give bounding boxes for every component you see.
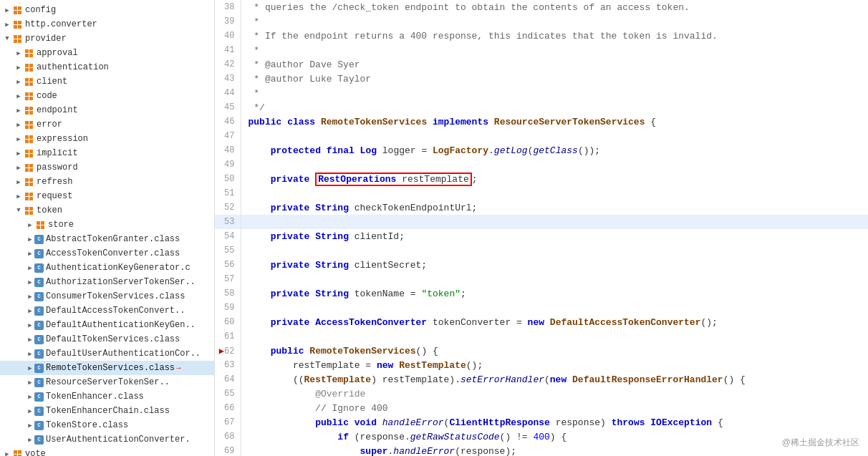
tree-item-label: AuthorizationServerTokenSer.. [46,277,196,287]
tree-arrow[interactable]: ▶ [26,293,34,301]
tree-arrow[interactable]: ▶ [26,264,34,272]
line-content: ((RestTemplate) restTemplate).setErrorHa… [241,372,868,387]
line-content: * queries the /check_token endpoint to o… [241,0,868,14]
tree-arrow[interactable]: ▶ [3,21,11,29]
sidebar-item-authentication[interactable]: ▶ authentication [0,60,214,74]
tree-item-label: AuthenticationKeyGenerator.c [46,263,191,273]
sidebar-item-DefaultUserAuthenticationCor[interactable]: ▶CDefaultUserAuthenticationCor.. [0,346,214,361]
line-content: private AccessTokenConverter tokenConver… [241,315,868,329]
sidebar-item-expression[interactable]: ▶ expression [0,132,214,146]
sidebar-item-token[interactable]: ▼ token [0,203,214,218]
sidebar-item-refresh[interactable]: ▶ refresh [0,175,214,189]
tree-item-label: implicit [37,148,78,158]
sidebar-item-code[interactable]: ▶ code [0,89,214,103]
sidebar-item-provider[interactable]: ▼ provider [0,31,214,46]
file-tree[interactable]: ▶ config▶ http.converter▼ provider▶ appr… [0,0,215,456]
tree-arrow[interactable]: ▼ [3,35,11,42]
tree-arrow[interactable]: ▶ [14,49,23,57]
tree-arrow[interactable]: ▶ [14,64,23,72]
tree-item-label: TokenStore.class [46,420,128,430]
tree-arrow[interactable]: ▶ [14,193,23,200]
sidebar-item-AbstractTokenGranter[interactable]: ▶CAbstractTokenGranter.class [0,232,214,246]
sidebar-item-AuthorizationServerTokenSer[interactable]: ▶CAuthorizationServerTokenSer.. [0,275,214,289]
class-icon: C [34,335,44,344]
line-content [241,272,868,286]
sidebar-item-AccessTokenConverter[interactable]: ▶CAccessTokenConverter.class [0,246,214,261]
tree-item-label: password [37,162,78,173]
code-editor: 38 * queries the /check_token endpoint t… [215,0,868,456]
tree-arrow[interactable]: ▶ [26,278,34,286]
tree-arrow[interactable]: ▶ [26,364,34,372]
tree-arrow[interactable]: ▶ [14,121,23,129]
tree-arrow[interactable]: ▶ [14,150,23,157]
tree-arrow[interactable]: ▶ [14,135,23,143]
sidebar-item-approval[interactable]: ▶ approval [0,46,214,60]
tree-arrow[interactable]: ▶ [26,379,34,387]
line-content: if (response.getRawStatusCode() != 400) … [241,430,868,444]
sidebar-item-password[interactable]: ▶ password [0,160,214,175]
tree-arrow[interactable]: ▶ [26,250,34,258]
tree-item-label: config [25,5,56,15]
line-number: 63 [215,358,241,372]
line-number: 41 [215,43,241,57]
code-line-53: 53 [215,215,868,229]
tree-arrow[interactable]: ▶ [26,393,34,401]
package-icon [23,162,34,173]
package-icon [23,76,34,87]
tree-arrow[interactable]: ▶ [26,422,34,430]
sidebar-item-DefaultTokenServices[interactable]: ▶CDefaultTokenServices.class [0,332,214,346]
sidebar-item-store[interactable]: ▶ store [0,218,214,232]
line-content [241,129,868,143]
tree-item-label: error [37,120,62,130]
sidebar-item-DefaultAccessTokenConvert[interactable]: ▶CDefaultAccessTokenConvert.. [0,304,214,318]
tree-arrow[interactable]: ▶ [26,336,34,344]
tree-arrow[interactable]: ▶ [14,107,23,115]
tree-arrow[interactable]: ▶ [26,307,34,315]
tree-arrow[interactable]: ▶ [26,321,34,329]
tree-arrow[interactable]: ▶ [14,178,23,186]
tree-arrow[interactable]: ▶ [26,436,34,444]
tree-arrow[interactable]: ▶ [26,350,34,358]
line-number: 58 [215,286,241,301]
code-line-56: 56 private String clientSecret; [215,258,868,272]
line-content: * [241,86,868,100]
sidebar-item-http-converter[interactable]: ▶ http.converter [0,17,214,31]
class-icon: C [34,378,44,387]
sidebar-item-AuthenticationKeyGenerator[interactable]: ▶CAuthenticationKeyGenerator.c [0,261,214,275]
sidebar-item-ResourceServerTokenSer[interactable]: ▶CResourceServerTokenSer.. [0,375,214,389]
sidebar-item-TokenEnhancerChain[interactable]: ▶CTokenEnhancerChain.class [0,404,214,418]
class-icon: C [34,292,44,301]
package-icon [23,176,34,188]
tree-arrow[interactable]: ▶ [14,78,23,86]
sidebar-item-endpoint[interactable]: ▶ endpoint [0,103,214,117]
sidebar-item-TokenEnhancer[interactable]: ▶CTokenEnhancer.class [0,389,214,404]
sidebar-item-vote[interactable]: ▶ vote [0,447,214,456]
tree-arrow[interactable]: ▶ [3,450,11,457]
line-number: 68 [215,430,241,444]
tree-item-label: client [37,77,67,87]
sidebar-item-error[interactable]: ▶ error [0,117,214,132]
line-number: 49 [215,157,241,172]
tree-arrow[interactable]: ▶ [26,221,34,229]
sidebar-item-TokenStore[interactable]: ▶CTokenStore.class [0,418,214,432]
line-number: 67 [215,415,241,430]
sidebar-item-ConsumerTokenServices[interactable]: ▶CConsumerTokenServices.class [0,289,214,304]
sidebar-item-client[interactable]: ▶ client [0,74,214,89]
tree-arrow[interactable]: ▶ [26,236,34,243]
sidebar-item-UserAuthenticationConverter[interactable]: ▶CUserAuthenticationConverter. [0,432,214,447]
sidebar-item-request[interactable]: ▶ request [0,189,214,203]
package-icon [23,47,34,59]
tree-arrow[interactable]: ▶ [14,164,23,172]
sidebar-item-config[interactable]: ▶ config [0,3,214,17]
tree-item-label: provider [25,34,67,44]
line-number: 51 [215,186,241,200]
class-icon: C [34,263,44,273]
tree-arrow[interactable]: ▶ [3,6,11,14]
line-number: 40 [215,29,241,43]
sidebar-item-implicit[interactable]: ▶ implicit [0,146,214,160]
sidebar-item-RemoteTokenServices[interactable]: ▶CRemoteTokenServices.class→ [0,361,214,375]
sidebar-item-DefaultAuthenticationKeyGen[interactable]: ▶CDefaultAuthenticationKeyGen.. [0,318,214,332]
tree-arrow[interactable]: ▼ [14,207,23,214]
tree-arrow[interactable]: ▶ [14,92,23,100]
tree-arrow[interactable]: ▶ [26,407,34,415]
